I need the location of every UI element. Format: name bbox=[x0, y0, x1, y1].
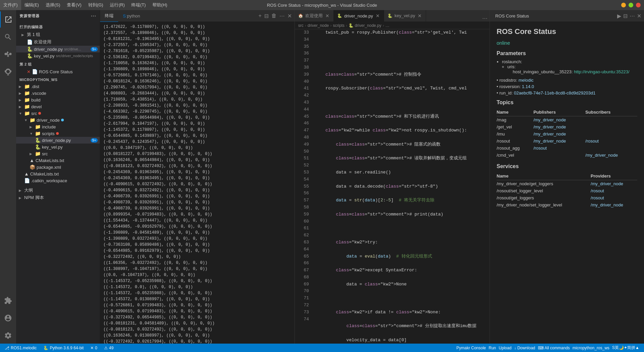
status-ime[interactable]: S英🌙✦简拼▲ bbox=[611, 345, 641, 351]
breadcrumb-file[interactable]: 🐍 driver_node.py bbox=[349, 23, 381, 28]
ros-tab[interactable]: ROS Core Status bbox=[493, 10, 532, 22]
tab-welcome[interactable]: 🏠 欢迎使用 ✕ bbox=[295, 10, 334, 22]
breadcrumb-more[interactable]: … bbox=[385, 23, 389, 28]
tree-package[interactable]: 📦 package.xml bbox=[16, 164, 100, 170]
sidebar-header: 资源管理器 ⋯ bbox=[16, 10, 100, 22]
menu-help[interactable]: 帮助(H) bbox=[149, 0, 171, 10]
tree-cmakelists[interactable]: ▲ CMakeLists.txt bbox=[16, 157, 100, 164]
menu-terminal[interactable]: 终端(T) bbox=[128, 0, 149, 10]
sidebar-welcome-file[interactable]: 📄 欢迎使用 bbox=[16, 38, 100, 46]
terminal-actions: + ⊟ 🗑 ⋯ ✕ bbox=[256, 13, 294, 19]
menu-edit[interactable]: 编辑(E) bbox=[21, 0, 42, 10]
status-python[interactable]: 🐍 Python 3.6.9 64-bit bbox=[42, 346, 85, 350]
code-line bbox=[315, 295, 486, 302]
tree-driver-py[interactable]: 🐍 driver_node.py 9+ bbox=[16, 137, 100, 144]
tab-driver[interactable]: 🐍 driver_node.py ✕ bbox=[334, 10, 384, 22]
status-git[interactable]: ⎇ ROS1.melodic bbox=[3, 346, 38, 350]
minimize-button[interactable] bbox=[621, 3, 626, 7]
code-editor[interactable]: 3334353637383940414243444546474849505152… bbox=[295, 29, 490, 344]
terminal-more[interactable]: ⋯ bbox=[279, 13, 285, 19]
code-line: data = class="kw2">None bbox=[315, 281, 486, 288]
maximize-button[interactable] bbox=[629, 3, 633, 7]
tree-catkin[interactable]: 📄 .catkin_workspace bbox=[16, 177, 100, 184]
terminal-line: ((0.1636246, 0.06544984), ((0, 0, 0), 0,… bbox=[103, 157, 291, 163]
code-line: class=class="str">"comment"># 分别提取出速度和im… bbox=[315, 323, 486, 330]
sidebar-group1-label: ▶ 第 1 组 bbox=[16, 31, 100, 38]
tree-vscode[interactable]: ▶ 📁 .vscode bbox=[16, 90, 100, 96]
ros-close[interactable]: ✕ bbox=[637, 13, 641, 19]
sidebar-keyvel-file[interactable]: 🐍 key_vel.py src/driver_node/scripts bbox=[16, 52, 100, 59]
line-number: 68 bbox=[297, 274, 309, 281]
sidebar-driver-file[interactable]: 🐍 driver_node.py src/drive... 9+ bbox=[16, 46, 100, 52]
terminal-line: (1.718059, -0.438514), ((0, 0, 0), 0, 0)… bbox=[103, 96, 291, 103]
breadcrumb-scripts[interactable]: scripts bbox=[333, 23, 344, 28]
menu-run[interactable]: 运行(R) bbox=[106, 0, 128, 10]
ros-run[interactable]: ▶ bbox=[617, 13, 621, 19]
menu-goto[interactable]: 转到(G) bbox=[85, 0, 107, 10]
tree-include[interactable]: ▶ 📁 include bbox=[16, 123, 100, 130]
status-run[interactable]: Run bbox=[487, 345, 497, 351]
sidebar-ros-status-file[interactable]: ✕ 📄 ROS Core Status bbox=[16, 68, 100, 75]
tree-src2[interactable]: ▶ 📁 src bbox=[16, 150, 100, 157]
close-welcome-tab[interactable]: ✕ bbox=[325, 12, 330, 19]
line-number: 64 bbox=[297, 246, 309, 253]
services-row: /rosout/get_loggers/rosout bbox=[497, 194, 637, 201]
code-content[interactable]: twist_pub = rospy.Publisher(class="str">… bbox=[312, 29, 490, 344]
tree-devel[interactable]: ▶ 📁 devel bbox=[16, 103, 100, 110]
status-warnings[interactable]: ⚠ 49 bbox=[103, 346, 115, 350]
activity-explorer[interactable] bbox=[0, 11, 16, 28]
close-button[interactable] bbox=[636, 3, 641, 7]
terminal-line: ((-0.4090615, 0.03272492), ((0, 0, 0), 0… bbox=[103, 181, 291, 187]
activity-search[interactable] bbox=[0, 29, 16, 45]
ros-more[interactable]: ⋯ bbox=[630, 13, 635, 19]
code-line bbox=[315, 43, 486, 50]
line-number: 50 bbox=[297, 148, 309, 155]
close-driver-tab[interactable]: ✕ bbox=[375, 12, 380, 19]
breadcrumb: src › driver_node › scripts › 🐍 driver_n… bbox=[295, 22, 490, 29]
terminal-python-tab[interactable]: S: python bbox=[118, 10, 145, 22]
status-upload[interactable]: Upload bbox=[497, 345, 513, 351]
activity-scm[interactable] bbox=[0, 46, 16, 63]
param-roslaunch: roslaunch: uris: host_irvingao_ubuntu__3… bbox=[502, 59, 637, 74]
terminal-trash[interactable]: 🗑 bbox=[271, 13, 277, 19]
tab-more[interactable]: ⋯ bbox=[482, 15, 488, 22]
tree-keyvel-py[interactable]: 🐍 key_vel.py bbox=[16, 144, 100, 150]
terminal-tab[interactable]: 终端 bbox=[100, 10, 118, 22]
terminal-line: ((0.0, 0.1047197), ((0, 0, 0), 0, 0)) bbox=[103, 145, 291, 151]
terminal-close[interactable]: ✕ bbox=[287, 13, 292, 19]
line-number: 48 bbox=[297, 134, 309, 141]
activity-extensions[interactable] bbox=[0, 292, 16, 309]
status-pymakr[interactable]: Pymakr Console bbox=[455, 345, 487, 351]
terminal-split[interactable]: ⊟ bbox=[264, 13, 269, 19]
npm-section[interactable]: ▶ NPM 脚本 bbox=[16, 194, 100, 201]
tree-scripts[interactable]: ▼ 📁 scripts bbox=[16, 130, 100, 137]
activity-account[interactable] bbox=[0, 310, 16, 326]
tree-build[interactable]: ▶ 📁 build bbox=[16, 96, 100, 103]
ros-split[interactable]: ⊟ bbox=[623, 13, 628, 19]
tree-dist[interactable]: ▶ 📁 .dist bbox=[16, 83, 100, 90]
menu-view[interactable]: 查看(V) bbox=[63, 0, 85, 10]
tree-cmakelists2[interactable]: ▲ CMakeLists.txt bbox=[16, 170, 100, 177]
close-keyvel-tab[interactable]: ✕ bbox=[417, 12, 422, 19]
tab-keyvel[interactable]: 🐍 key_vel.py ✕ bbox=[384, 10, 426, 22]
terminal-line: (-0.8181231, -0.1963495), ((0, 0, 0), 0,… bbox=[103, 36, 291, 42]
tree-driver-node[interactable]: ▼ 📁 driver_node bbox=[16, 117, 100, 123]
terminal-line: (-0.6544985, 0.1439897), ((0, 0, 0), 0, … bbox=[103, 133, 291, 139]
menu-select[interactable]: 选择(S) bbox=[42, 0, 63, 10]
activity-debug[interactable] bbox=[0, 64, 16, 80]
status-download[interactable]: ↓ Download bbox=[513, 345, 537, 351]
outline-section[interactable]: ▶ 大纲 bbox=[16, 187, 100, 194]
terminal-line: ((-0.3272492, 0.06544985), ((0, 0, 0), 0… bbox=[103, 314, 291, 320]
terminal-add[interactable]: + bbox=[259, 13, 262, 19]
terminal-line: ((0.0, -0.1047197), ((0, 0, 0), 0, 0)) bbox=[103, 272, 291, 278]
line-number: 36 bbox=[297, 50, 309, 57]
breadcrumb-driver[interactable]: driver_node bbox=[308, 23, 329, 28]
tree-src[interactable]: ▼ 📁 src bbox=[16, 110, 100, 117]
breadcrumb-src[interactable]: src bbox=[298, 23, 304, 28]
status-errors[interactable]: ✕ 0 bbox=[89, 346, 99, 350]
sidebar-header-actions[interactable]: ⋯ bbox=[91, 13, 96, 19]
activity-settings[interactable] bbox=[0, 327, 16, 344]
status-workspace[interactable]: micropython_ros_ws bbox=[571, 345, 611, 351]
menu-file[interactable]: 文件(F) bbox=[0, 0, 21, 10]
status-commands[interactable]: ⌨ All commands bbox=[537, 345, 571, 351]
